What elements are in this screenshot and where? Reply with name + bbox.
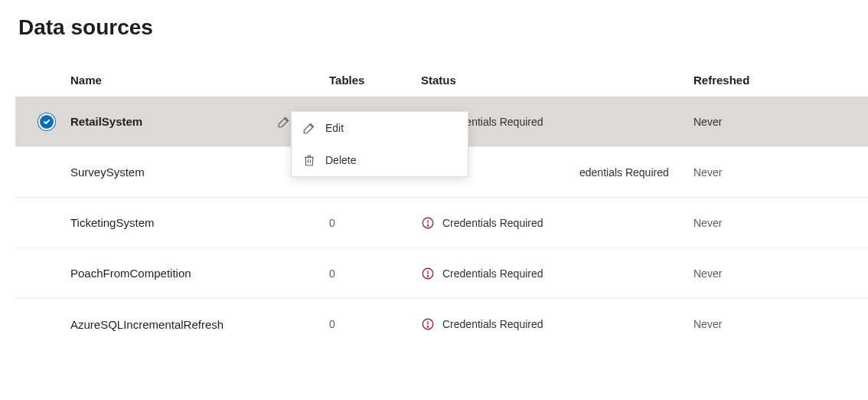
menu-item-delete[interactable]: Delete bbox=[292, 144, 468, 176]
pencil-icon bbox=[302, 121, 316, 135]
row-name[interactable]: AzureSQLIncrementalRefresh bbox=[70, 318, 269, 331]
warning-circle-icon bbox=[421, 216, 435, 230]
data-sources-table: Name Tables Status Refreshed RetailSyste… bbox=[0, 63, 868, 349]
row-refreshed: Never bbox=[693, 166, 847, 179]
row-status-text: Credentials Required bbox=[442, 318, 543, 330]
col-header-status[interactable]: Status bbox=[421, 74, 693, 87]
row-refreshed: Never bbox=[693, 116, 847, 128]
table-row[interactable]: AzureSQLIncrementalRefresh 0 Credentials… bbox=[15, 299, 868, 349]
row-status-text: Credentials Required bbox=[442, 267, 543, 280]
table-row[interactable]: PoachFromCompetition 0 Credentials Requi… bbox=[15, 248, 868, 299]
trash-icon bbox=[302, 153, 316, 167]
col-header-refreshed[interactable]: Refreshed bbox=[693, 74, 847, 87]
warning-circle-icon bbox=[421, 267, 435, 280]
row-name[interactable]: PoachFromCompetition bbox=[70, 267, 269, 280]
menu-item-edit[interactable]: Edit bbox=[292, 112, 468, 144]
svg-point-8 bbox=[427, 275, 428, 276]
row-refreshed: Never bbox=[693, 318, 847, 330]
row-tables: 0 bbox=[329, 217, 421, 229]
page-title: Data sources bbox=[0, 0, 868, 63]
table-row[interactable]: TicketingSystem 0 Credentials Required N… bbox=[15, 198, 868, 248]
svg-point-11 bbox=[427, 326, 428, 327]
col-header-name[interactable]: Name bbox=[70, 74, 269, 87]
row-refreshed: Never bbox=[693, 267, 847, 280]
row-status-text: Credentials Required bbox=[442, 217, 543, 229]
menu-item-label: Edit bbox=[325, 122, 344, 134]
row-name[interactable]: RetailSystem bbox=[70, 115, 269, 128]
col-header-tables[interactable]: Tables bbox=[329, 74, 421, 87]
row-name[interactable]: SurveySystem bbox=[70, 166, 269, 179]
row-tables: 0 bbox=[329, 318, 421, 330]
check-circle-icon[interactable] bbox=[40, 115, 54, 129]
row-tables: 0 bbox=[329, 267, 421, 280]
table-header-row: Name Tables Status Refreshed bbox=[15, 63, 868, 97]
warning-circle-icon bbox=[421, 317, 435, 331]
svg-point-5 bbox=[427, 225, 428, 225]
row-name[interactable]: TicketingSystem bbox=[70, 216, 269, 229]
row-refreshed: Never bbox=[693, 217, 847, 229]
menu-item-label: Delete bbox=[325, 154, 356, 166]
row-actions-menu: Edit Delete bbox=[291, 111, 468, 177]
